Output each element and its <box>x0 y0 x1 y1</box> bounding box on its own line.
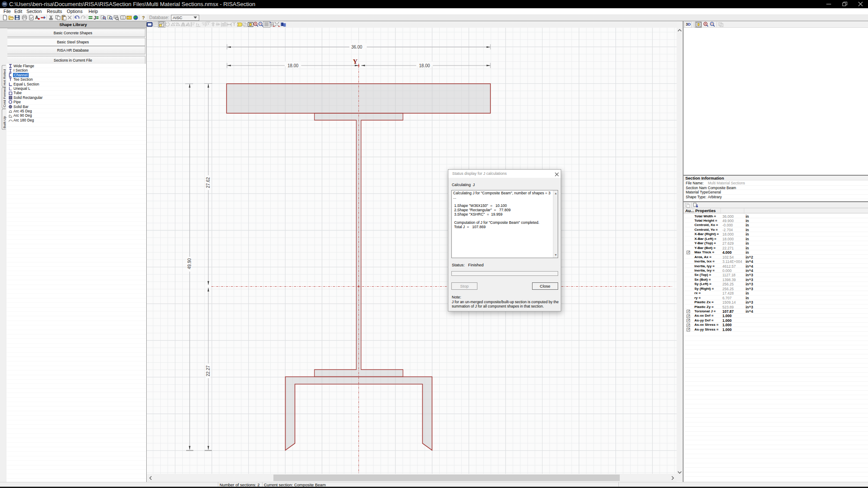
svg-text:36.00: 36.00 <box>351 45 362 49</box>
svg-text:27.62: 27.62 <box>206 177 210 188</box>
svg-text:Y: Y <box>353 58 358 65</box>
svg-text:J: J <box>94 15 96 20</box>
svg-text:A: A <box>35 15 38 20</box>
svg-text:18.00: 18.00 <box>287 63 298 68</box>
svg-text:18.00: 18.00 <box>419 63 430 68</box>
svg-text:?: ? <box>142 15 145 20</box>
svg-text:49.90: 49.90 <box>187 258 192 269</box>
svg-text:22.27: 22.27 <box>206 365 210 376</box>
